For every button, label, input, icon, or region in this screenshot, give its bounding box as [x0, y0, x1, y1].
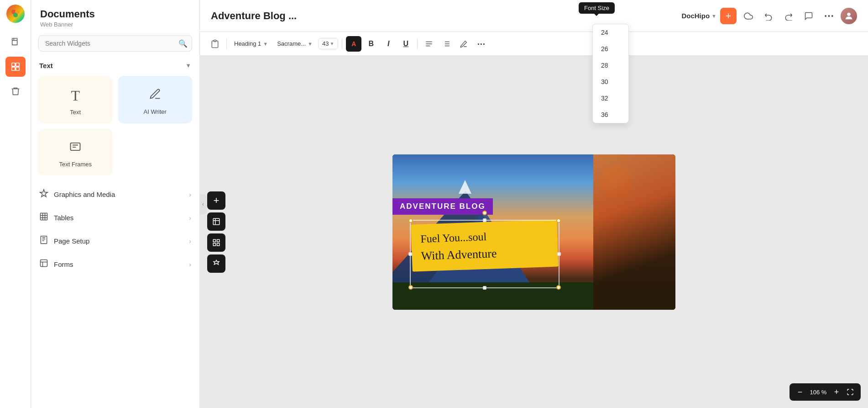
font-size-dropdown: 24 26 28 30 32 36 [592, 24, 629, 123]
font-family-label: Sacrame... [277, 40, 306, 47]
grid-button[interactable] [207, 233, 225, 252]
clipboard-button[interactable] [207, 36, 223, 52]
svg-rect-3 [12, 38, 17, 45]
zoom-out-button[interactable]: − [794, 386, 806, 398]
forms-arrow: › [189, 261, 191, 268]
undo-button[interactable] [760, 8, 777, 24]
font-family-button[interactable]: Sacrame... ▼ [273, 38, 316, 49]
page-setup-arrow: › [189, 238, 191, 245]
text-section-chevron: ▼ [185, 62, 191, 69]
underline-label: U [403, 40, 409, 48]
graphics-media-icon [39, 189, 48, 200]
widgets-grid: T Text AI Writer Text Frames [31, 74, 199, 183]
font-size-option-26[interactable]: 26 [593, 41, 628, 57]
italic-button[interactable]: I [381, 36, 396, 52]
sidebar-item-forms[interactable]: Forms › [31, 253, 199, 276]
text-color-icon: A [351, 40, 356, 48]
svg-point-12 [847, 12, 850, 16]
add-element-button[interactable]: + [207, 191, 225, 210]
person-bg [593, 154, 675, 310]
text-widget-card[interactable]: T Text [38, 76, 113, 123]
heading-style-label: Heading 1 [234, 40, 261, 47]
highlight-button[interactable] [456, 36, 471, 52]
svg-rect-9 [41, 213, 47, 220]
user-avatar[interactable] [841, 8, 857, 24]
search-widgets-icon: 🔍 [178, 39, 188, 48]
toolbar: Heading 1 ▼ Sacrame... ▼ 43 ▼ A B I U [200, 32, 868, 56]
sidebar-item-graphics-media[interactable]: Graphics and Media › [31, 183, 199, 206]
app-logo[interactable] [6, 5, 25, 23]
forms-icon [39, 259, 48, 270]
main-area: Adventure Blog ... DocHipo ▼ + [200, 0, 868, 408]
underline-button[interactable]: U [398, 36, 413, 52]
canvas-area: ‹ + [200, 56, 868, 408]
adventure-blog-banner: ADVENTURE BLOG [392, 198, 493, 215]
add-button[interactable]: + [720, 8, 737, 24]
comment-button[interactable] [800, 8, 817, 24]
font-size-box[interactable]: 43 ▼ [318, 38, 338, 49]
collapse-handle[interactable]: ‹ [200, 194, 207, 214]
fullscreen-button[interactable] [844, 386, 856, 398]
nav-new-doc[interactable] [5, 32, 26, 52]
redo-button[interactable] [780, 8, 797, 24]
zoom-level: 106 % [808, 389, 829, 396]
cloud-save-button[interactable] [740, 8, 757, 24]
font-size-option-36[interactable]: 36 [593, 106, 628, 123]
sidebar-item-page-setup[interactable]: Page Setup › [31, 229, 199, 253]
font-size-option-30[interactable]: 30 [593, 74, 628, 90]
svg-rect-7 [16, 67, 19, 70]
ai-writer-widget-icon [149, 88, 162, 104]
search-widgets-input[interactable] [38, 35, 192, 52]
font-size-dropdown-list: 24 26 28 30 32 36 [593, 24, 628, 123]
top-bar: Adventure Blog ... DocHipo ▼ + [200, 0, 868, 32]
snow-cap-left [459, 180, 471, 194]
components-button[interactable] [207, 254, 225, 273]
resize-button[interactable] [207, 212, 225, 231]
svg-point-2 [13, 13, 18, 17]
text-frames-widget-icon [69, 140, 82, 156]
sidebar-item-tables[interactable]: Tables › [31, 206, 199, 229]
list-button[interactable] [439, 36, 454, 52]
sidebar-panel: Documents Web Banner 🔍 Text ▼ T Text AI … [31, 0, 200, 408]
bold-button[interactable]: B [363, 36, 379, 52]
graphics-media-label: Graphics and Media [54, 191, 115, 198]
nav-widgets[interactable] [5, 57, 26, 77]
more-format-button[interactable]: ⋯ [473, 36, 489, 52]
text-section-header[interactable]: Text ▼ [31, 57, 199, 74]
yellow-text-box[interactable]: Fuel You...soul With Adventure [411, 219, 558, 271]
svg-rect-10 [41, 236, 47, 244]
icon-bar [0, 0, 31, 408]
font-size-option-24[interactable]: 24 [593, 24, 628, 41]
italic-label: I [387, 40, 389, 48]
bold-label: B [369, 40, 374, 48]
font-size-option-32[interactable]: 32 [593, 90, 628, 106]
svg-rect-13 [214, 40, 216, 41]
align-button[interactable] [421, 36, 437, 52]
svg-rect-5 [16, 63, 19, 66]
nav-trash[interactable] [5, 81, 26, 101]
text-frames-widget-card[interactable]: Text Frames [38, 129, 113, 175]
ai-writer-widget-card[interactable]: AI Writer [118, 76, 193, 123]
dochipo-label[interactable]: DocHipo ▼ [681, 12, 716, 20]
svg-rect-4 [11, 63, 15, 66]
page-setup-icon [39, 235, 48, 247]
svg-rect-14 [213, 218, 220, 225]
heading-style-button[interactable]: Heading 1 ▼ [230, 38, 272, 49]
ai-writer-widget-label: AI Writer [144, 108, 167, 115]
sidebar-title: Documents [40, 8, 190, 20]
canvas-script-text: Fuel You...soul With Adventure [420, 226, 549, 265]
svg-rect-15 [213, 239, 215, 242]
tables-icon [39, 212, 48, 223]
svg-rect-17 [213, 243, 215, 245]
left-tools-panel: + [207, 191, 225, 273]
forms-label: Forms [54, 260, 73, 268]
doc-title: Adventure Blog ... [211, 10, 297, 22]
canvas-image[interactable]: ADVENTURE BLOG Fuel You...soul With Adve… [392, 154, 675, 310]
text-frames-widget-label: Text Frames [59, 161, 92, 168]
heading-chevron: ▼ [263, 41, 268, 47]
font-size-option-28[interactable]: 28 [593, 57, 628, 74]
zoom-in-button[interactable]: + [831, 386, 842, 398]
more-options-button[interactable]: ⋯ [821, 8, 837, 24]
search-widgets-container: 🔍 [38, 35, 192, 52]
text-color-button[interactable]: A [346, 36, 361, 52]
